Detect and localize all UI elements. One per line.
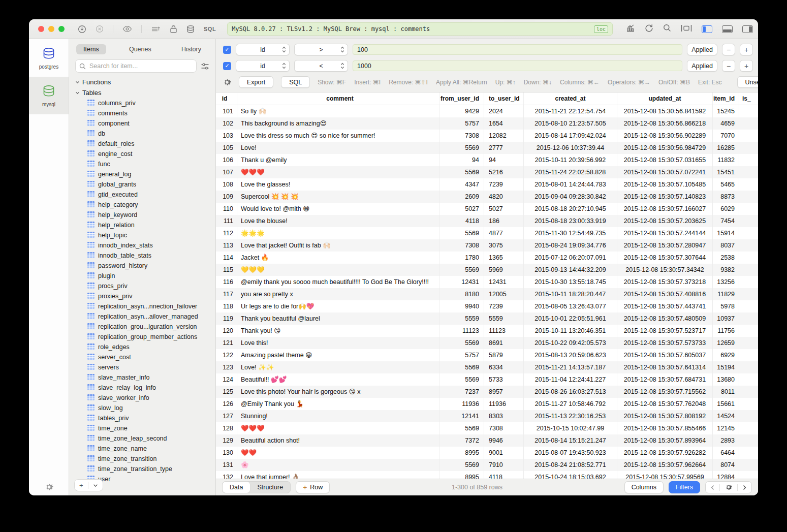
table-item-func[interactable]: func bbox=[69, 159, 215, 169]
list-arrow-icon[interactable] bbox=[151, 25, 161, 33]
tree-section-tables[interactable]: Tables bbox=[69, 87, 215, 98]
column-header-created_at[interactable]: created_at bbox=[523, 92, 617, 105]
table-header-row[interactable]: idcommentfrom_user_idto_user_idcreated_a… bbox=[216, 92, 758, 105]
table-item-columns_priv[interactable]: columns_priv bbox=[69, 98, 215, 108]
filter-checkbox[interactable]: ✓ bbox=[223, 46, 231, 54]
filter-column-select[interactable]: id bbox=[236, 44, 290, 55]
table-item-general_log[interactable]: general_log bbox=[69, 169, 215, 179]
table-item-time_zone_transition[interactable]: time_zone_transition bbox=[69, 454, 215, 464]
tree-section-functions[interactable]: Functions bbox=[69, 77, 215, 87]
table-item-replication_grouiguration_version[interactable]: replication_grou...iguration_version bbox=[69, 322, 215, 332]
table-row[interactable]: 127Stunning!1214183032015-11-13 22:30:16… bbox=[216, 410, 758, 422]
sidebar-tab-history[interactable]: History bbox=[174, 44, 208, 54]
table-item-component[interactable]: component bbox=[69, 118, 215, 129]
table-item-procs_priv[interactable]: procs_priv bbox=[69, 281, 215, 291]
filter-applied-button[interactable]: Applied bbox=[687, 44, 717, 55]
sql-button[interactable]: SQL bbox=[281, 76, 310, 88]
left-panel-icon[interactable] bbox=[702, 25, 712, 33]
filter-checkbox[interactable]: ✓ bbox=[223, 62, 231, 70]
table-item-tables_priv[interactable]: tables_priv bbox=[69, 413, 215, 423]
table-item-slave_worker_info[interactable]: slave_worker_info bbox=[69, 393, 215, 403]
table-row[interactable]: 102This background is amazing😍5757165420… bbox=[216, 117, 758, 130]
sidebar-tab-items[interactable]: Items bbox=[76, 44, 106, 54]
table-row[interactable]: 131🌸556979102015-08-24 21:08:52.7712015-… bbox=[216, 459, 758, 471]
table-item-help_keyword[interactable]: help_keyword bbox=[69, 210, 215, 220]
table-row[interactable]: 112🌟🌟🌟556948772015-11-30 12:54:49.735201… bbox=[216, 227, 758, 239]
table-row[interactable]: 128❤️❤️❤️556973082015-10-15 10:02:47.992… bbox=[216, 422, 758, 434]
filter-applied-button[interactable]: Applied bbox=[687, 60, 717, 72]
table-row[interactable]: 115💛💛💛556959692015-09-13 14:44:32.209201… bbox=[216, 264, 758, 276]
table-item-slow_log[interactable]: slow_log bbox=[69, 403, 215, 413]
add-filter-button[interactable]: + bbox=[740, 44, 753, 55]
connection-postgres[interactable]: postgres bbox=[29, 39, 69, 77]
table-item-comments[interactable]: comments bbox=[69, 108, 215, 118]
table-row[interactable]: 123Love! ✨✨556963342015-11-21 14:13:57.1… bbox=[216, 361, 758, 373]
structure-tab[interactable]: Structure bbox=[250, 482, 290, 493]
columns-button[interactable]: Columns bbox=[624, 481, 664, 493]
table-item-password_history[interactable]: password_history bbox=[69, 261, 215, 271]
filter-value-input[interactable]: 1000 bbox=[353, 60, 682, 71]
fit-width-icon[interactable] bbox=[681, 24, 692, 34]
table-row[interactable]: 120Thank you! 😘11123111232015-10-11 13:2… bbox=[216, 325, 758, 337]
table-item-slave_master_info[interactable]: slave_master_info bbox=[69, 372, 215, 383]
table-item-time_zone_transition_type[interactable]: time_zone_transition_type bbox=[69, 464, 215, 474]
connect-icon[interactable] bbox=[78, 25, 86, 34]
table-item-db[interactable]: db bbox=[69, 129, 215, 139]
add-filter-button[interactable]: + bbox=[740, 60, 753, 72]
table-item-gtid_executed[interactable]: gtid_executed bbox=[69, 190, 215, 200]
table-row[interactable]: 126@Emily Thank you 💃11936119362015-11-2… bbox=[216, 398, 758, 410]
table-item-default_roles[interactable]: default_roles bbox=[69, 139, 215, 149]
remove-filter-button[interactable]: − bbox=[722, 60, 735, 72]
table-item-time_zone_name[interactable]: time_zone_name bbox=[69, 444, 215, 454]
prev-page-button[interactable] bbox=[706, 482, 719, 493]
table-item-servers[interactable]: servers bbox=[69, 362, 215, 372]
table-row[interactable]: 119Thank you beautiful @laurel5559555920… bbox=[216, 312, 758, 325]
connection-mysql[interactable]: mysql bbox=[29, 77, 69, 114]
table-item-replication_asynnnection_failover[interactable]: replication_asyn...nnection_failover bbox=[69, 301, 215, 311]
remove-filter-button[interactable]: − bbox=[722, 44, 735, 55]
column-header-comment[interactable]: comment bbox=[237, 92, 439, 105]
table-row[interactable]: 130❤️❤️899590012015-08-07 19:43:50.92320… bbox=[216, 447, 758, 459]
table-row[interactable]: 118Ur legs are to die for🙌💖994072392015-… bbox=[216, 300, 758, 312]
column-header-id[interactable]: id bbox=[216, 92, 237, 105]
column-header-is_[interactable]: is_ bbox=[739, 92, 758, 105]
column-header-updated_at[interactable]: updated_at bbox=[617, 92, 712, 105]
sidebar-tab-queries[interactable]: Queries bbox=[122, 44, 159, 54]
table-row[interactable]: 109Supercool 💥 💥 💥260948202015-09-04 09:… bbox=[216, 191, 758, 203]
table-item-help_category[interactable]: help_category bbox=[69, 200, 215, 210]
table-item-time_zone_leap_second[interactable]: time_zone_leap_second bbox=[69, 433, 215, 444]
table-row[interactable]: 106Thank u @emily94942015-10-11 20:39:56… bbox=[216, 154, 758, 166]
data-tab[interactable]: Data bbox=[223, 482, 250, 493]
add-item-menu-button[interactable] bbox=[88, 480, 103, 491]
next-page-button[interactable] bbox=[738, 482, 751, 493]
filter-gear-icon[interactable] bbox=[223, 78, 231, 86]
table-row[interactable]: 107❤️❤️❤️556952162015-11-24 22:02:58.828… bbox=[216, 166, 758, 178]
column-header-item_id[interactable]: item_id bbox=[712, 92, 739, 105]
table-row[interactable]: 101So fly 🙌🏻942920242015-11-21 22:12:54.… bbox=[216, 105, 758, 117]
filter-operator-select[interactable]: > bbox=[294, 44, 348, 55]
search-icon[interactable] bbox=[663, 24, 671, 34]
disconnect-icon[interactable] bbox=[96, 25, 104, 33]
table-item-innodb_index_stats[interactable]: innodb_index_stats bbox=[69, 240, 215, 251]
add-item-button[interactable]: + bbox=[75, 480, 88, 491]
table-item-proxies_priv[interactable]: proxies_priv bbox=[69, 291, 215, 301]
table-row[interactable]: 103Love this dress so much 😍 so nice for… bbox=[216, 130, 758, 142]
column-header-from_user_id[interactable]: from_user_id bbox=[439, 92, 484, 105]
minimize-window-button[interactable] bbox=[48, 26, 54, 32]
table-row[interactable]: 105Love!556927772015-12-06 10:37:39.4420… bbox=[216, 142, 758, 154]
table-item-time_zone[interactable]: time_zone bbox=[69, 423, 215, 433]
table-item-help_topic[interactable]: help_topic bbox=[69, 230, 215, 240]
add-row-button[interactable]: + Row bbox=[296, 481, 330, 493]
table-row[interactable]: 117you are so pretty x8180120052015-10-1… bbox=[216, 288, 758, 300]
table-item-engine_cost[interactable]: engine_cost bbox=[69, 149, 215, 159]
table-row[interactable]: 122Amazing pastel theme 😀575758792015-08… bbox=[216, 349, 758, 361]
filter-settings-icon[interactable] bbox=[201, 62, 209, 70]
zoom-window-button[interactable] bbox=[58, 26, 65, 32]
table-item-plugin[interactable]: plugin bbox=[69, 271, 215, 281]
table-item-help_relation[interactable]: help_relation bbox=[69, 220, 215, 230]
table-item-server_cost[interactable]: server_cost bbox=[69, 352, 215, 362]
filter-column-select[interactable]: id bbox=[236, 60, 290, 72]
unset-button[interactable]: Unset bbox=[737, 76, 758, 88]
right-panel-icon[interactable] bbox=[742, 25, 753, 33]
table-item-innodb_table_stats[interactable]: innodb_table_stats bbox=[69, 251, 215, 261]
